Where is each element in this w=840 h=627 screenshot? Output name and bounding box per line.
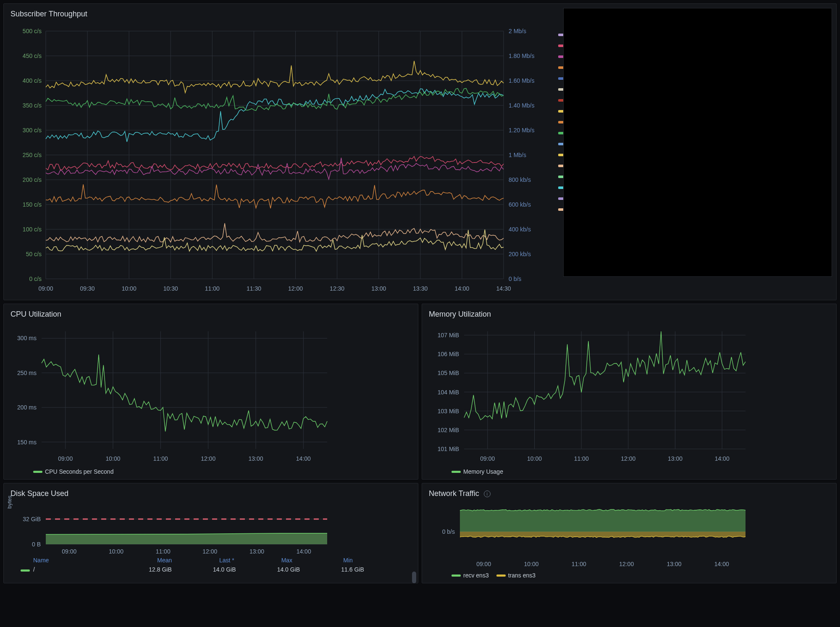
svg-text:14:00: 14:00 — [454, 285, 469, 292]
svg-text:1.60 Mb/s: 1.60 Mb/s — [509, 77, 534, 84]
chart-network[interactable]: 0 b/s09:0010:0011:0012:0013:0014:00 — [426, 502, 832, 569]
svg-text:10:00: 10:00 — [122, 285, 136, 292]
disk-table-row[interactable]: / 12.8 GiB 14.0 GiB 14.0 GiB 11.6 GiB — [8, 564, 414, 573]
col-min[interactable]: Min — [343, 557, 405, 564]
svg-text:12:00: 12:00 — [288, 285, 303, 292]
panel-title: Disk Space Used — [8, 488, 414, 502]
svg-text:10:30: 10:30 — [163, 285, 178, 292]
svg-text:13:00: 13:00 — [248, 455, 263, 462]
svg-text:13:30: 13:30 — [413, 285, 428, 292]
disk-table-header: Name Mean Last * Max Min — [8, 557, 414, 564]
svg-text:10:00: 10:00 — [105, 455, 120, 462]
info-icon[interactable]: i — [484, 491, 491, 497]
svg-text:250 ms: 250 ms — [17, 370, 37, 376]
chart-cpu[interactable]: 300 ms250 ms200 ms150 ms09:0010:0011:001… — [8, 323, 414, 466]
svg-text:600 kb/s: 600 kb/s — [509, 201, 531, 208]
redacted-overlay — [563, 8, 832, 277]
svg-text:09:00: 09:00 — [38, 285, 53, 292]
svg-text:12:00: 12:00 — [621, 455, 635, 462]
col-mean[interactable]: Mean — [157, 557, 219, 564]
panel-disk-space[interactable]: Disk Space Used bytes 32 GiB0 B09:0010:0… — [3, 483, 418, 583]
legend-label: CPU Seconds per Second — [45, 468, 113, 475]
svg-text:12:00: 12:00 — [202, 548, 217, 555]
svg-text:11:00: 11:00 — [205, 285, 220, 292]
svg-text:12:30: 12:30 — [330, 285, 344, 292]
svg-text:103 MiB: 103 MiB — [438, 408, 459, 415]
svg-text:105 MiB: 105 MiB — [438, 370, 459, 376]
col-name[interactable]: Name — [33, 557, 157, 564]
svg-text:500 c/s: 500 c/s — [23, 28, 42, 34]
svg-text:11:30: 11:30 — [247, 285, 261, 292]
svg-text:11:00: 11:00 — [574, 455, 589, 462]
svg-text:11:00: 11:00 — [572, 561, 586, 567]
panel-subscriber-throughput[interactable]: Subscriber Throughput 500 c/s2 Mb/s450 c… — [3, 3, 837, 300]
svg-text:150 ms: 150 ms — [17, 439, 37, 446]
panel-cpu-utilization[interactable]: CPU Utilization 300 ms250 ms200 ms150 ms… — [3, 304, 418, 480]
svg-text:200 ms: 200 ms — [17, 404, 37, 411]
panel-title: Memory Utilization — [426, 308, 832, 323]
svg-text:0 c/s: 0 c/s — [29, 275, 42, 282]
svg-text:1.80 Mb/s: 1.80 Mb/s — [509, 52, 534, 59]
svg-text:101 MiB: 101 MiB — [438, 446, 459, 452]
svg-text:10:00: 10:00 — [527, 455, 542, 462]
svg-text:106 MiB: 106 MiB — [438, 351, 459, 357]
chart-disk[interactable]: 32 GiB0 B09:0010:0011:0012:0013:0014:00 — [8, 502, 414, 557]
row-last: 14.0 GiB — [213, 566, 277, 573]
svg-text:10:00: 10:00 — [524, 561, 538, 567]
svg-text:200 kb/s: 200 kb/s — [509, 251, 531, 257]
svg-text:11:00: 11:00 — [153, 455, 168, 462]
svg-text:450 c/s: 450 c/s — [23, 52, 42, 59]
svg-text:09:00: 09:00 — [62, 548, 76, 555]
svg-text:13:00: 13:00 — [371, 285, 386, 292]
svg-text:0 b/s: 0 b/s — [442, 528, 455, 535]
svg-text:250 c/s: 250 c/s — [23, 152, 42, 158]
svg-text:0 b/s: 0 b/s — [509, 275, 521, 282]
legend-label: Memory Usage — [463, 468, 503, 475]
svg-text:13:00: 13:00 — [667, 561, 681, 567]
legend-item-memory[interactable]: Memory Usage — [452, 468, 503, 475]
svg-text:14:00: 14:00 — [714, 561, 729, 567]
row-min: 11.6 GiB — [341, 566, 405, 573]
svg-text:12:00: 12:00 — [619, 561, 634, 567]
svg-text:13:00: 13:00 — [668, 455, 682, 462]
svg-text:12:00: 12:00 — [201, 455, 215, 462]
svg-text:400 kb/s: 400 kb/s — [509, 226, 531, 233]
legend-item-recv[interactable]: recv ens3 — [452, 572, 489, 579]
legend-label: recv ens3 — [463, 572, 489, 579]
chart-memory[interactable]: 107 MiB106 MiB105 MiB104 MiB103 MiB102 M… — [426, 323, 832, 466]
legend-item-trans[interactable]: trans ens3 — [496, 572, 536, 579]
svg-text:09:00: 09:00 — [58, 455, 73, 462]
svg-text:1.20 Mb/s: 1.20 Mb/s — [509, 127, 534, 134]
svg-text:200 c/s: 200 c/s — [23, 176, 42, 183]
series-swatch — [21, 569, 30, 572]
scrollbar[interactable] — [412, 572, 416, 579]
title-text: Network Traffic — [429, 489, 479, 498]
legend-label: trans ens3 — [508, 572, 536, 579]
row-mean: 12.8 GiB — [149, 566, 213, 573]
svg-text:50 c/s: 50 c/s — [26, 251, 42, 257]
svg-text:1.40 Mb/s: 1.40 Mb/s — [509, 102, 534, 109]
col-last[interactable]: Last * — [219, 557, 281, 564]
svg-text:14:00: 14:00 — [296, 455, 311, 462]
panel-network-traffic[interactable]: Network Traffic i 0 b/s09:0010:0011:0012… — [422, 483, 837, 583]
svg-text:0 B: 0 B — [32, 541, 41, 548]
svg-text:09:30: 09:30 — [80, 285, 95, 292]
svg-text:107 MiB: 107 MiB — [438, 332, 459, 338]
svg-text:800 kb/s: 800 kb/s — [509, 176, 531, 183]
col-max[interactable]: Max — [281, 557, 344, 564]
svg-text:09:00: 09:00 — [480, 455, 495, 462]
svg-text:104 MiB: 104 MiB — [438, 389, 459, 396]
chart-subscriber-throughput[interactable]: 500 c/s2 Mb/s450 c/s1.80 Mb/s400 c/s1.60… — [8, 23, 554, 296]
svg-text:14:30: 14:30 — [496, 285, 511, 292]
svg-text:14:00: 14:00 — [715, 455, 730, 462]
svg-text:300 ms: 300 ms — [17, 335, 37, 341]
svg-text:100 c/s: 100 c/s — [23, 226, 42, 233]
row-max: 14.0 GiB — [277, 566, 341, 573]
svg-text:11:00: 11:00 — [156, 548, 171, 555]
panel-memory-utilization[interactable]: Memory Utilization 107 MiB106 MiB105 MiB… — [422, 304, 837, 480]
svg-text:09:00: 09:00 — [476, 561, 491, 567]
svg-text:13:00: 13:00 — [249, 548, 264, 555]
legend-item-cpu[interactable]: CPU Seconds per Second — [33, 468, 113, 475]
row-name: / — [33, 566, 35, 573]
svg-text:300 c/s: 300 c/s — [23, 127, 42, 134]
